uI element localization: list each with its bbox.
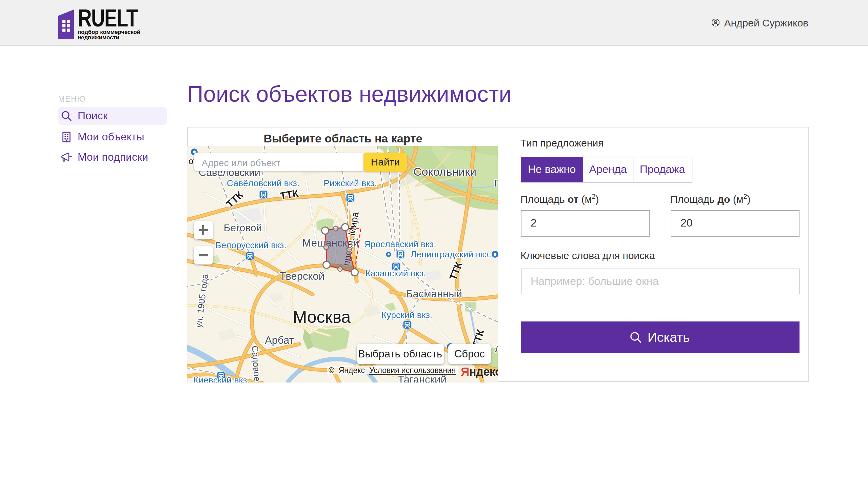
svg-text:Белорусский вкз.: Белорусский вкз.: [215, 240, 286, 250]
svg-text:Басманный: Басманный: [406, 288, 461, 299]
svg-text:Курский вкз.: Курский вкз.: [381, 310, 432, 320]
svg-text:Сокольники: Сокольники: [413, 165, 476, 178]
svg-text:Киевский вкз.: Киевский вкз.: [193, 375, 249, 382]
svg-text:Л: Л: [495, 344, 498, 354]
svg-text:Москва: Москва: [293, 307, 351, 326]
svg-text:Савёловский вкз.: Савёловский вкз.: [226, 178, 299, 188]
svg-text:Ярославский вкз.: Ярославский вкз.: [363, 239, 436, 249]
svg-text:Арбат: Арбат: [264, 334, 294, 346]
svg-text:Тверской: Тверской: [279, 270, 324, 282]
svg-text:Таганский: Таганский: [397, 373, 446, 382]
svg-text:Беговой: Беговой: [223, 222, 261, 233]
svg-text:Рижский вкз.: Рижский вкз.: [323, 178, 377, 188]
svg-text:Казанский вкз.: Казанский вкз.: [365, 268, 426, 278]
svg-text:Ленинградский вкз.: Ленинградский вкз.: [410, 249, 491, 259]
svg-text:Пр: Пр: [494, 177, 498, 188]
